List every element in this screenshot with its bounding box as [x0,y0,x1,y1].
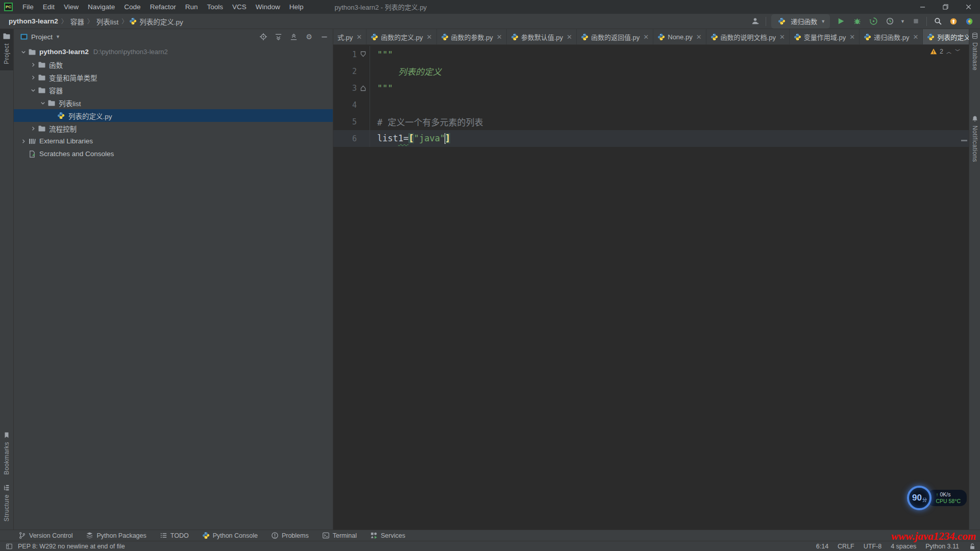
strip-item-bookmarks[interactable]: Bookmarks [0,429,13,481]
tab-函数的参数.py[interactable]: 函数的参数.py✕ [437,29,507,44]
close-icon[interactable]: ✕ [567,33,572,41]
locate-icon[interactable] [259,33,267,41]
chevron-down-icon[interactable]: ▼ [900,19,905,24]
toolwindow-problems[interactable]: Problems [271,532,309,539]
close-icon[interactable]: ✕ [643,33,649,41]
menu-item-run[interactable]: Run [181,0,203,14]
search-icon[interactable] [932,16,943,27]
toolwindow-version-control[interactable]: Version Control [18,532,72,539]
window-minimize-icon[interactable] [911,0,934,14]
close-icon[interactable]: ✕ [497,33,502,41]
tree-item-python3-learn2[interactable]: python3-learn2D:\python\python3-learn2 [14,45,333,58]
fold-start-icon[interactable] [357,46,370,63]
update-icon[interactable] [948,16,959,27]
breadcrumb-item[interactable]: python3-learn2 [7,17,60,25]
profiler-icon[interactable] [868,16,879,27]
tab-列表的定义.py[interactable]: 列表的定义.py✕ [923,29,969,44]
tab-参数默认值.py[interactable]: 参数默认值.py✕ [507,29,577,44]
menu-item-view[interactable]: View [59,0,83,14]
code-editor[interactable]: 1"""2 列表的定义3"""45# 定义一个有多元素的列表6list1=["j… [333,45,969,530]
strip-item-project[interactable]: Project [0,29,13,70]
menu-item-navigate[interactable]: Navigate [83,0,119,14]
strip-item-database[interactable]: Database [969,29,980,77]
menu-item-tools[interactable]: Tools [202,0,228,14]
tree-item-列表list[interactable]: 列表list [14,96,333,109]
tree-item-External Libraries[interactable]: External Libraries [14,135,333,147]
tree-item-变量和简单类型[interactable]: 变量和简单类型 [14,71,333,84]
toolwindow-terminal[interactable]: Terminal [322,532,357,539]
code-line-1[interactable]: 1""" [333,46,969,63]
tab-None.py[interactable]: None.py✕ [653,29,706,44]
chevron-right-icon[interactable] [29,60,37,69]
collapse-all-icon[interactable] [289,33,298,41]
tree-item-容器[interactable]: 容器 [14,84,333,96]
inspections-widget[interactable]: 2 ︿ ﹀ [930,47,961,55]
tree-item-列表的定义.py[interactable]: 列表的定义.py [14,109,333,122]
toolwindow-python-console[interactable]: Python Console [202,532,258,539]
file-encoding[interactable]: UTF-8 [864,543,881,550]
code-line-2[interactable]: 2 列表的定义 [333,63,969,80]
prev-inspection-icon[interactable]: ︿ [946,47,952,55]
menu-item-edit[interactable]: Edit [38,0,59,14]
python-interpreter[interactable]: Python 3.11 [925,543,959,550]
unlocked-icon[interactable] [968,542,976,550]
window-close-icon[interactable] [957,0,980,14]
menu-item-help[interactable]: Help [285,0,308,14]
breadcrumb-item[interactable]: 列表的定义.py [138,16,185,27]
project-panel-title-group[interactable]: Project ▼ [20,33,60,41]
breadcrumb-item[interactable]: 容器 [69,16,86,27]
tree-item-流程控制[interactable]: 流程控制 [14,122,333,135]
close-icon[interactable]: ✕ [849,33,855,41]
menu-item-vcs[interactable]: VCS [228,0,251,14]
code-line-5[interactable]: 5# 定义一个有多元素的列表 [333,113,969,130]
close-icon[interactable]: ✕ [779,33,785,41]
menu-item-window[interactable]: Window [251,0,285,14]
code-line-3[interactable]: 3""" [333,80,969,96]
tab-变量作用域.py[interactable]: 变量作用域.py✕ [790,29,860,44]
line-ending[interactable]: CRLF [838,543,854,550]
toolwindow-services[interactable]: Services [370,532,405,539]
caret-position[interactable]: 6:14 [816,543,828,550]
tab-递归函数.py[interactable]: 递归函数.py✕ [860,29,923,44]
tab-式.py[interactable]: 式.py✕ [333,29,366,44]
chevron-right-icon[interactable] [19,137,28,145]
tab-函数的定义.py[interactable]: 函数的定义.py✕ [366,29,436,44]
chevron-down-icon[interactable] [29,86,37,94]
toolwindow-python-packages[interactable]: Python Packages [86,532,146,539]
code-line-6[interactable]: 6list1=["java"] [333,130,969,147]
hide-icon[interactable] [320,33,329,41]
plugin-icon[interactable] [964,16,975,27]
tree-item-函数[interactable]: 函数 [14,58,333,71]
tree-item-Scratches and Consoles[interactable]: Scratches and Consoles [14,147,333,160]
window-maximize-icon[interactable] [934,0,957,14]
settings-icon[interactable]: ⚙ [305,33,313,41]
indent-setting[interactable]: 4 spaces [891,543,916,550]
fold-end-icon[interactable] [357,80,370,96]
chevron-right-icon[interactable] [29,124,37,133]
run-config-select[interactable]: 递归函数 ▼ [771,14,830,29]
close-icon[interactable]: ✕ [913,33,918,41]
error-stripe-mark[interactable] [961,140,967,141]
expand-all-icon[interactable] [274,33,283,41]
breadcrumb-item[interactable]: 列表list [95,16,120,27]
menu-item-file[interactable]: File [18,0,38,14]
menu-item-refactor[interactable]: Refactor [145,0,181,14]
chevron-down-icon[interactable] [19,47,28,56]
status-message[interactable]: PEP 8: W292 no newline at end of file [18,543,125,550]
tab-函数的返回值.py[interactable]: 函数的返回值.py✕ [577,29,653,44]
debug-icon[interactable] [851,16,863,27]
play-icon[interactable] [835,16,846,27]
close-icon[interactable]: ✕ [427,33,432,41]
chevron-right-icon[interactable] [29,73,37,82]
coverage-icon[interactable] [884,16,895,27]
close-icon[interactable]: ✕ [356,33,362,41]
code-line-4[interactable]: 4 [333,96,969,113]
next-inspection-icon[interactable]: ﹀ [954,47,961,55]
toolwindow-todo[interactable]: TODO [160,532,189,539]
layout-icon[interactable] [5,542,13,550]
tab-函数的说明文档.py[interactable]: 函数的说明文档.py✕ [706,29,790,44]
strip-item-structure[interactable]: Structure [0,481,13,528]
stop-icon[interactable] [910,16,921,27]
strip-item-notifications[interactable]: Notifications [969,112,980,168]
chevron-down-icon[interactable] [38,98,47,107]
